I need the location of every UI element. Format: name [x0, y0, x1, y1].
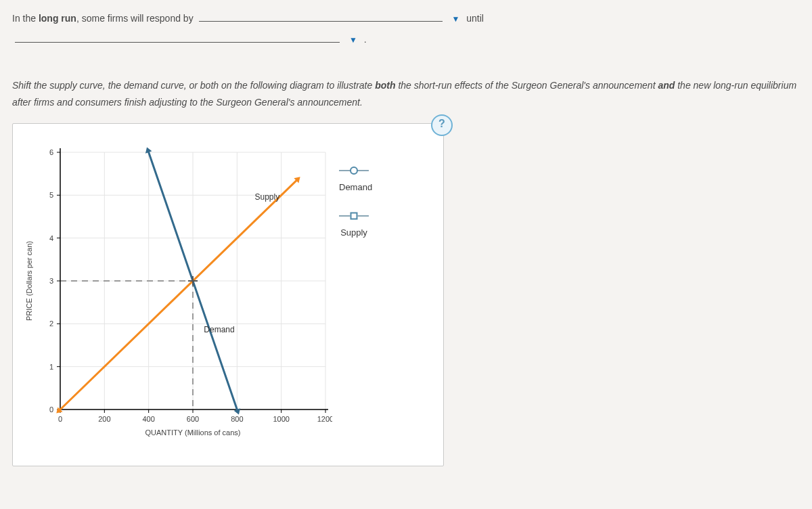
svg-text:200: 200: [98, 415, 110, 423]
q-bold: long run: [39, 13, 76, 24]
svg-text:PRICE (Dollars per can): PRICE (Dollars per can): [25, 241, 33, 321]
svg-text:0: 0: [58, 415, 62, 423]
legend-supply-label: Supply: [339, 227, 369, 238]
blank-2[interactable]: [15, 32, 340, 43]
svg-text:1: 1: [49, 363, 53, 371]
dropdown-2-caret[interactable]: ▼: [349, 31, 357, 49]
svg-text:600: 600: [187, 415, 199, 423]
svg-text:800: 800: [231, 415, 243, 423]
q-period: .: [364, 34, 367, 45]
svg-text:2: 2: [49, 319, 53, 328]
legend-supply[interactable]: Supply: [339, 211, 427, 238]
legend-demand-label: Demand: [339, 182, 372, 192]
legend: Demand Supply: [332, 132, 427, 452]
legend-demand[interactable]: Demand: [339, 166, 427, 192]
help-button[interactable]: ?: [431, 114, 453, 136]
svg-text:0: 0: [49, 405, 53, 414]
question-text: In the long run, some firms will respond…: [12, 8, 800, 50]
plot-area[interactable]: 0200400600800100012000123456SupplyDemand…: [21, 132, 332, 452]
svg-text:Supply: Supply: [254, 192, 279, 202]
q-mid: , some firms will respond by: [76, 13, 196, 24]
dropdown-1-caret[interactable]: ▼: [451, 10, 459, 28]
svg-text:Demand: Demand: [204, 325, 234, 334]
svg-text:QUANTITY (Millions of cans): QUANTITY (Millions of cans): [145, 428, 241, 437]
svg-text:5: 5: [49, 191, 53, 199]
q-prefix: In the: [12, 13, 39, 24]
svg-text:4: 4: [49, 234, 53, 242]
svg-text:3: 3: [49, 277, 53, 285]
svg-text:1200: 1200: [317, 415, 332, 423]
chart-panel: ? 0200400600800100012000123456SupplyDema…: [12, 123, 444, 466]
instruction-text: Shift the supply curve, the demand curve…: [12, 77, 800, 111]
svg-text:1000: 1000: [273, 415, 289, 423]
svg-text:6: 6: [49, 148, 53, 156]
blank-1[interactable]: [199, 12, 443, 22]
svg-text:400: 400: [142, 415, 154, 423]
chart-svg[interactable]: 0200400600800100012000123456SupplyDemand…: [21, 132, 332, 450]
q-after: until: [466, 13, 484, 24]
